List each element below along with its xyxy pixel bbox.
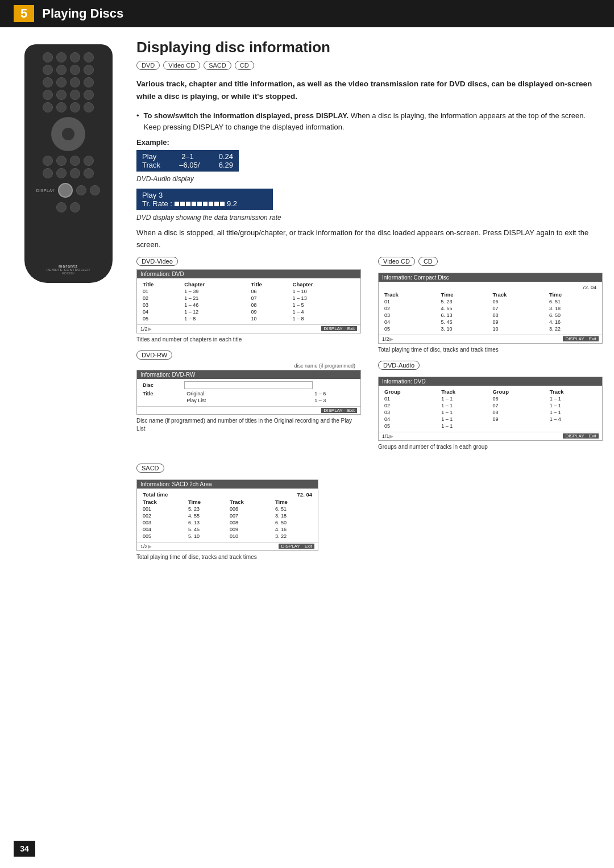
tr-dot <box>203 202 208 206</box>
bullet-bold: To show/switch the information displayed… <box>144 111 349 120</box>
track-col2: Track <box>547 388 599 395</box>
original-range: 1 – 6 <box>312 390 357 397</box>
remote-btn <box>70 156 80 166</box>
col-title1: Title <box>140 281 182 288</box>
table-row: 045. 45094. 16 <box>382 319 599 326</box>
remote-control: DISPLAY marantz REMOTE CONTROLLER RC6000… <box>24 44 113 283</box>
bullet-section: • To show/switch the information display… <box>136 110 603 132</box>
vcd-caption: Total playing time of disc, tracks and t… <box>378 346 603 354</box>
vcd-exit-btn: Exit <box>587 336 599 341</box>
table-row: 015. 23066. 51 <box>382 298 599 305</box>
play-val2: 0.24 <box>219 152 233 161</box>
dvd-video-badge: DVD-Video <box>136 257 178 266</box>
sacd-header: Information: SACD 2ch Area <box>137 480 318 489</box>
remote-btn <box>70 102 80 112</box>
sacd-section: SACD Information: SACD 2ch Area Total ti… <box>136 464 603 561</box>
track-label: Track <box>142 161 160 169</box>
remote-top: DISPLAY <box>30 52 107 212</box>
table-row: 051 – 8101 – 8 <box>140 315 357 322</box>
display-label-text: DISPLAY <box>36 189 55 193</box>
remote-btn <box>43 156 53 166</box>
dvd-audio-page: 1/1 <box>382 433 389 439</box>
dvdrw-table: Disc Title Original 1 – 6 <box>140 381 357 404</box>
remote-btn <box>84 102 94 112</box>
remote-btn <box>43 90 53 100</box>
dvdrw-header: Information: DVD-RW <box>137 370 360 379</box>
dvdrw-badge: DVD-RW <box>136 350 172 360</box>
track-col2: Track <box>490 291 547 298</box>
remote-btn <box>70 202 80 212</box>
vcd-footer: 1/2 ▶ DISPLAY Exit <box>379 335 602 343</box>
table-row: 053. 10103. 22 <box>382 326 599 332</box>
remote-btn <box>70 52 80 62</box>
tr-dot <box>197 202 202 206</box>
remote-btn <box>56 102 67 112</box>
remote-btn <box>56 65 67 75</box>
chapter-number: 5 <box>14 5 34 22</box>
dvdrw-footer: DISPLAY Exit <box>137 406 360 414</box>
vcd-body: 72. 04 Track Time Track Time 015. 23066.… <box>379 282 602 335</box>
sacd-exit-btn: Exit <box>302 544 314 549</box>
footer-page: 1/2 <box>140 326 148 332</box>
display-row-1: Play 2–1 0.24 <box>142 152 233 161</box>
tr-dot <box>175 202 179 206</box>
dvd-audio-table: Group Track Group Track 011 – 1061 – 1 0… <box>382 388 599 429</box>
bullet-dot: • <box>136 111 139 132</box>
sacd-panel: Information: SACD 2ch Area Total time 72… <box>136 479 318 551</box>
remote-btn <box>84 90 94 100</box>
sacd-caption: Total playing time of disc, tracks and t… <box>136 553 603 561</box>
vcd-table: Track Time Track Time 015. 23066. 51 024… <box>382 291 599 332</box>
sacd-track-col1: Track <box>140 498 186 506</box>
dvd-audio-display-btn: DISPLAY <box>563 433 586 439</box>
remote-btn <box>43 52 53 62</box>
sacd-footer: 1/2 ▶ DISPLAY Exit <box>137 542 318 550</box>
example-label: Example: <box>136 138 603 147</box>
sacd-time-col2: Time <box>273 498 314 506</box>
exit-btn: Exit <box>345 408 357 413</box>
remote-btn <box>43 168 53 178</box>
play-val1: 2–1 <box>181 152 194 161</box>
playlist-label: Play List <box>184 397 312 404</box>
intro-text: Various track, chapter and title informa… <box>136 78 603 102</box>
sacd-total-label: Total time <box>143 491 168 498</box>
track-col1: Track <box>439 388 490 395</box>
tr-dot <box>209 202 213 206</box>
sacd-badge: SACD <box>136 464 164 473</box>
remote-btn <box>43 65 53 75</box>
videocd-badge: Video CD <box>378 257 415 266</box>
tr-rate-val: 9.2 <box>227 199 237 208</box>
badge-cd: CD <box>235 61 254 70</box>
sacd-time-col1: Time <box>186 498 227 506</box>
dvd-video-panel: Information: DVD Title Chapter Title Cha… <box>136 269 361 333</box>
sacd-body: Total time 72. 04 Track Time Track Time … <box>137 489 318 542</box>
remote-btn <box>56 168 67 178</box>
page-title: Displaying disc information <box>136 39 603 56</box>
dvd-video-body: Title Chapter Title Chapter 011 – 39061 … <box>137 278 360 324</box>
remote-btn <box>84 168 94 178</box>
dvd-audio-footer: 1/1 ▶ DISPLAY Exit <box>379 432 602 440</box>
dvd-audio-body: Group Track Group Track 011 – 1061 – 1 0… <box>379 386 602 432</box>
track-val1: –6.05/ <box>179 161 200 169</box>
remote-btn <box>56 77 67 87</box>
dvd-audio-header: Information: DVD <box>379 377 602 386</box>
table-row: 0036. 130086. 50 <box>140 519 314 526</box>
remote-btn <box>70 168 80 178</box>
dvd-audio-badge: DVD-Audio <box>378 361 420 370</box>
dvd-video-caption: Titles and number of chapters in each ti… <box>136 336 361 344</box>
table-row: 0015. 230066. 51 <box>140 506 314 512</box>
table-row: 024. 55073. 18 <box>382 305 599 312</box>
tr-dot <box>214 202 219 206</box>
display-button[interactable] <box>58 183 73 198</box>
track-val2: 6.29 <box>219 161 233 169</box>
display2-row-2: Tr. Rate : 9.2 <box>142 199 267 208</box>
display2-row-1: Play 3 <box>142 191 267 199</box>
remote-btn <box>56 90 67 100</box>
title-label: Title <box>140 390 184 397</box>
play-val-num: 3 <box>159 191 163 199</box>
remote-btn <box>56 52 67 62</box>
total-time: 72. 04 <box>382 284 599 291</box>
dvd-audio-panel: Information: DVD Group Track Group Track… <box>378 377 603 441</box>
tr-dot <box>186 202 190 206</box>
remote-btn <box>56 202 67 212</box>
sacd-display-btn: DISPLAY <box>279 544 302 549</box>
